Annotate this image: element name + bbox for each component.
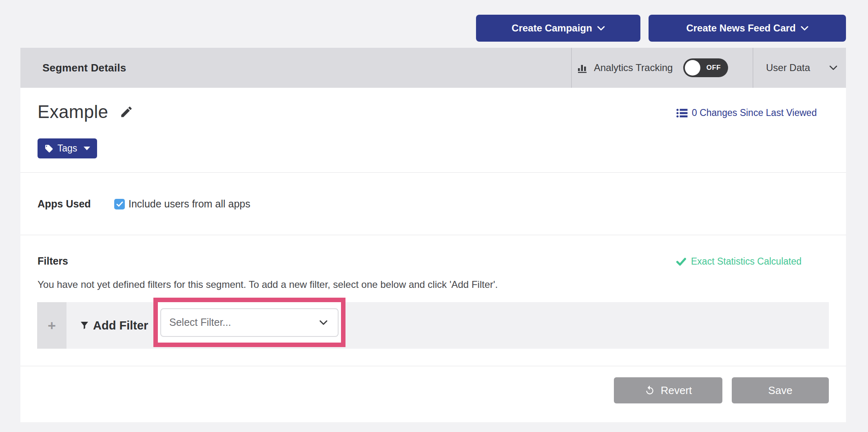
revert-button[interactable]: Revert [614,377,722,403]
apps-used-label: Apps Used [38,198,114,210]
create-campaign-button[interactable]: Create Campaign [476,15,640,42]
plus-icon: + [48,318,56,332]
save-button-label: Save [768,384,792,397]
add-filter-plus-button[interactable]: + [37,302,66,349]
add-filter-label: Add Filter [93,319,148,332]
chevron-down-icon [829,65,838,71]
analytics-tracking-label: Analytics Tracking [594,62,673,73]
toggle-knob [685,60,700,76]
chevron-down-icon [597,26,605,31]
caret-down-icon [84,147,90,150]
changes-since-last-viewed-link[interactable]: 0 Changes Since Last Viewed [676,107,817,118]
apps-used-row: Apps Used Include users from all apps [38,198,250,210]
tags-button[interactable]: Tags [38,138,97,158]
segment-name-row: Example [38,102,133,122]
toggle-state-label: OFF [700,64,728,72]
tags-button-label: Tags [58,143,78,154]
header-divider [571,48,572,88]
select-filter-placeholder: Select Filter... [161,316,319,328]
exact-statistics-label: Exact Statistics Calculated [691,256,802,267]
filters-heading: Filters [38,255,68,267]
include-all-apps-checkbox[interactable] [114,199,125,209]
tag-icon [44,144,53,153]
chevron-down-icon [319,320,338,325]
section-divider [20,172,846,173]
highlight-annotation-box: Select Filter... [153,298,345,347]
user-data-dropdown[interactable]: User Data [766,48,838,88]
analytics-tracking-group: Analytics Tracking OFF [577,48,728,88]
page-title: Segment Details [42,48,126,88]
edit-pencil-icon[interactable] [120,105,133,119]
analytics-tracking-toggle[interactable]: OFF [683,58,728,77]
user-data-label: User Data [766,62,810,73]
segment-details-header-bar: Segment Details Analytics Tracking OFF [20,48,846,88]
create-news-feed-card-button[interactable]: Create News Feed Card [649,15,846,42]
create-news-feed-card-label: Create News Feed Card [686,22,795,34]
check-icon [676,258,686,266]
bar-chart-icon [577,62,588,73]
section-divider [20,366,846,366]
create-campaign-label: Create Campaign [512,22,592,34]
header-divider [753,48,753,88]
change-list-icon [676,108,688,118]
revert-icon [644,385,655,396]
page: Create Campaign Create News Feed Card Se… [0,0,868,432]
chevron-down-icon [801,26,808,31]
save-button[interactable]: Save [732,377,829,403]
changes-link-label: 0 Changes Since Last Viewed [692,107,817,118]
add-filter-row: + Add Filter Select Filter... [37,302,829,349]
section-divider [20,235,846,235]
exact-statistics-status: Exact Statistics Calculated [676,256,802,267]
revert-button-label: Revert [661,384,692,397]
include-all-apps-label: Include users from all apps [128,198,250,210]
filters-help-text: You have not yet defined filters for thi… [38,279,498,290]
add-filter-label-group: Add Filter [80,302,148,349]
select-filter-dropdown[interactable]: Select Filter... [160,308,339,337]
segment-name: Example [38,102,108,122]
funnel-icon [80,321,89,330]
segment-details-card: Segment Details Analytics Tracking OFF [20,48,846,422]
